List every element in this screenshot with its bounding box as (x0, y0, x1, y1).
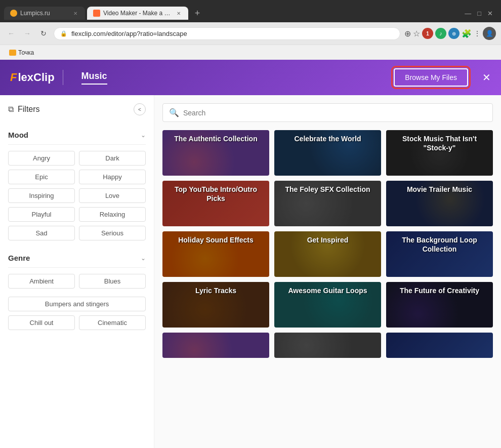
genre-section: Genre ⌄ Ambient Blues Bumpers and stinge… (8, 249, 146, 330)
lock-icon: 🔒 (60, 30, 67, 37)
logo-rest: lexClip (18, 71, 54, 84)
grid-item-foley[interactable]: The Foley SFX Collection (274, 181, 381, 226)
grid-item-label: The Authentic Collection (162, 130, 269, 147)
grid-item-holiday[interactable]: Holiday Sound Effects (162, 231, 269, 277)
mood-chevron: ⌄ (141, 132, 146, 139)
grid-item-partial-3[interactable] (386, 333, 493, 358)
tag-blues[interactable]: Blues (79, 274, 146, 289)
menu-icon[interactable]: ⋮ (474, 29, 481, 37)
tag-angry[interactable]: Angry (8, 151, 75, 166)
grid-item-background[interactable]: The Background Loop Collection (386, 231, 493, 277)
genre-chevron: ⌄ (141, 255, 146, 262)
grid-item-label: Get Inspired (274, 231, 381, 249)
tab-lumpics-close[interactable]: ✕ (72, 10, 79, 17)
tab-lumpics-label: Lumpics.ru (20, 10, 69, 17)
tag-happy[interactable]: Happy (79, 170, 146, 184)
tag-love[interactable]: Love (79, 188, 146, 203)
sidebar-collapse-button[interactable]: < (134, 103, 146, 115)
flexclip-favicon (93, 10, 100, 17)
puzzle-icon[interactable]: 🧩 (462, 29, 472, 38)
genre-tags-2: Chill out Cinematic (8, 315, 146, 330)
app-header: FlexClip Music Browse My Files ✕ (0, 60, 501, 95)
grid-item-stock[interactable]: Stock Music That Isn't "Stock-y" (386, 130, 493, 176)
grid-item-guitar[interactable]: Awesome Guitar Loops (274, 282, 381, 328)
header-title: Music (81, 71, 107, 85)
grid-item-movie[interactable]: Movie Trailer Music (386, 181, 493, 226)
header-actions: Browse My Files ✕ (394, 68, 491, 87)
tag-serious[interactable]: Serious (79, 226, 146, 240)
grid-item-celebrate[interactable]: Celebrate the World (274, 130, 381, 176)
filter-icon: ⧉ (8, 105, 14, 114)
grid-item-authentic[interactable]: The Authentic Collection (162, 130, 269, 176)
search-input[interactable] (183, 109, 486, 117)
music-grid: The Authentic Collection Celebrate the W… (162, 130, 493, 358)
bookmark-bar: Точка (0, 45, 501, 60)
filter-label: Filters (18, 105, 40, 114)
grid-item-partial-2[interactable] (274, 333, 381, 358)
translate-icon[interactable]: ⊕ (404, 29, 411, 38)
forward-button[interactable]: → (21, 27, 33, 39)
window-close-button[interactable]: ✕ (487, 10, 493, 17)
extension-icon-3[interactable]: ⊕ (448, 28, 460, 39)
grid-item-label: The Future of Creativity (386, 282, 493, 299)
minimize-button[interactable]: — (465, 10, 471, 17)
grid-item-label: Awesome Guitar Loops (274, 282, 381, 299)
search-icon: 🔍 (169, 108, 179, 117)
sidebar: ⧉ Filters < Mood ⌄ Angry Dark Epic Happy… (0, 95, 154, 448)
url-input[interactable]: 🔒 flexclip.com/editor/app?ratio=landscap… (54, 27, 400, 40)
tag-bumpers[interactable]: Bumpers and stingers (8, 297, 146, 311)
extension-icon-1[interactable]: 1 (422, 28, 433, 39)
tag-inspiring[interactable]: Inspiring (8, 188, 75, 203)
tab-flexclip[interactable]: Video Maker - Make a Video for... ✕ (87, 7, 188, 20)
refresh-button[interactable]: ↻ (37, 27, 50, 39)
grid-item-label: Stock Music That Isn't "Stock-y" (386, 130, 493, 156)
header-divider (63, 70, 63, 85)
grid-item-inspired[interactable]: Get Inspired (274, 231, 381, 277)
overlay (274, 333, 381, 358)
grid-item-label: The Foley SFX Collection (274, 181, 381, 198)
extension-icon-2[interactable]: ♪ (435, 28, 446, 39)
grid-item-lyric[interactable]: Lyric Tracks (162, 282, 269, 328)
grid-item-label: The Background Loop Collection (386, 231, 493, 258)
close-modal-button[interactable]: ✕ (482, 71, 491, 84)
browser-chrome: Lumpics.ru ✕ Video Maker - Make a Video … (0, 0, 501, 60)
genre-section-header[interactable]: Genre ⌄ (8, 249, 146, 268)
bookmark-folder-icon (9, 50, 16, 56)
lumpics-favicon (10, 10, 17, 17)
new-tab-button[interactable]: + (190, 6, 204, 20)
tag-playful[interactable]: Playful (8, 207, 75, 222)
tab-flexclip-close[interactable]: ✕ (175, 10, 182, 17)
grid-item-label: Holiday Sound Effects (162, 231, 269, 249)
profile-avatar[interactable]: 👤 (483, 27, 496, 40)
browse-my-files-button[interactable]: Browse My Files (394, 68, 468, 87)
tag-cinematic[interactable]: Cinematic (79, 315, 146, 330)
star-icon[interactable]: ☆ (413, 29, 420, 38)
tag-sad[interactable]: Sad (8, 226, 75, 240)
tab-flexclip-label: Video Maker - Make a Video for... (103, 10, 172, 17)
mood-tags: Angry Dark Epic Happy Inspiring Love Pla… (8, 151, 146, 240)
url-text: flexclip.com/editor/app?ratio=landscape (71, 30, 394, 37)
grid-item-partial-1[interactable] (162, 333, 269, 358)
overlay (386, 333, 493, 358)
browser-toolbar: ⊕ ☆ 1 ♪ ⊕ 🧩 ⋮ 👤 (404, 27, 496, 40)
genre-title: Genre (8, 254, 30, 262)
tag-relaxing[interactable]: Relaxing (79, 207, 146, 222)
grid-item-label: Lyric Tracks (162, 282, 269, 299)
grid-item-future[interactable]: The Future of Creativity (386, 282, 493, 328)
logo-f: F (10, 71, 17, 84)
tab-lumpics[interactable]: Lumpics.ru ✕ (4, 7, 85, 20)
logo: FlexClip (10, 71, 55, 84)
tag-chillout[interactable]: Chill out (8, 315, 75, 330)
filter-header[interactable]: ⧉ Filters < (8, 103, 146, 115)
app-content: FlexClip Music Browse My Files ✕ ⧉ Filte… (0, 60, 501, 448)
grid-item-youtube[interactable]: Top YouTube Intro/Outro Picks (162, 181, 269, 226)
maximize-button[interactable]: □ (477, 10, 481, 17)
bookmark-item[interactable]: Точка (6, 48, 37, 57)
tag-epic[interactable]: Epic (8, 170, 75, 184)
address-bar: ← → ↻ 🔒 flexclip.com/editor/app?ratio=la… (0, 22, 501, 45)
mood-section-header[interactable]: Mood ⌄ (8, 126, 146, 145)
bookmark-label: Точка (18, 49, 34, 56)
back-button[interactable]: ← (5, 27, 17, 39)
tag-dark[interactable]: Dark (79, 151, 146, 166)
tag-ambient[interactable]: Ambient (8, 274, 75, 289)
